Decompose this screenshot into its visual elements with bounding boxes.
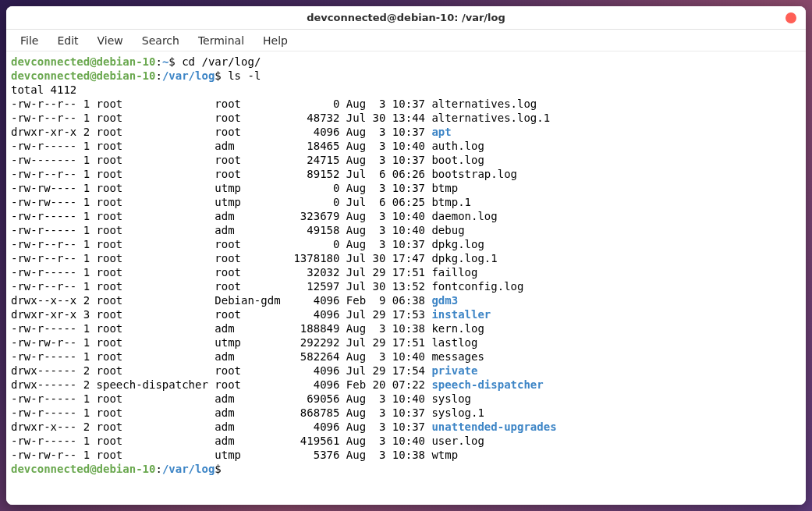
prompt-user: devconnected@debian-10 (11, 463, 155, 475)
directory-name: apt (431, 126, 451, 138)
directory-name: gdm3 (431, 294, 458, 307)
menu-search[interactable]: Search (134, 33, 187, 48)
prompt-path: /var/log (162, 463, 215, 475)
ls-row: -rw-r--r-- 1 root root 89152 Jul 6 06:26… (11, 167, 801, 181)
ls-row: drwx--x--x 2 root Debian-gdm 4096 Feb 9 … (11, 293, 801, 307)
menu-terminal[interactable]: Terminal (190, 33, 252, 48)
ls-row: -rw-r----- 1 root adm 323679 Aug 3 10:40… (11, 209, 801, 223)
ls-row: drwxr-xr-x 3 root root 4096 Jul 29 17:53… (11, 307, 801, 321)
ls-row: -rw-r----- 1 root root 32032 Jul 29 17:5… (11, 265, 801, 279)
file-name: daemon.log (431, 210, 497, 222)
prompt-sep: : (155, 69, 161, 82)
ls-row: -rw-rw---- 1 root utmp 0 Jul 6 06:25 btm… (11, 195, 801, 209)
file-name: boot.log (431, 154, 484, 166)
terminal-window: devconnected@debian-10: /var/log File Ed… (6, 6, 806, 505)
ls-row: -rw-r----- 1 root adm 18465 Aug 3 10:40 … (11, 139, 801, 153)
menu-edit[interactable]: Edit (49, 33, 86, 48)
prompt-path: /var/log (162, 69, 215, 82)
ls-row: -rw-r----- 1 root adm 868785 Aug 3 10:37… (11, 406, 801, 420)
file-name: syslog (431, 392, 471, 405)
menu-help[interactable]: Help (255, 33, 296, 48)
ls-row: -rw-r--r-- 1 root root 0 Aug 3 10:37 dpk… (11, 237, 801, 251)
file-name: faillog (431, 266, 477, 279)
file-name: lastlog (431, 336, 477, 349)
ls-row: -rw-rw-r-- 1 root utmp 292292 Jul 29 17:… (11, 335, 801, 350)
ls-row: drwxr-xr-x 2 root root 4096 Aug 3 10:37 … (11, 125, 801, 139)
ls-total: total 4112 (11, 83, 801, 97)
ls-row: -rw-r--r-- 1 root root 48732 Jul 30 13:4… (11, 111, 801, 125)
file-name: debug (431, 224, 464, 236)
prompt-symbol: $ (168, 55, 182, 68)
menu-file[interactable]: File (12, 33, 46, 48)
file-name: alternatives.log (431, 98, 537, 110)
prompt-line: devconnected@debian-10:~$ cd /var/log/ (11, 55, 801, 69)
file-name: dpkg.log (431, 238, 484, 250)
titlebar: devconnected@debian-10: /var/log (6, 6, 806, 30)
file-name: kern.log (431, 322, 484, 335)
directory-name: private (431, 364, 477, 377)
file-name: btmp.1 (431, 196, 471, 208)
file-name: user.log (431, 435, 484, 447)
ls-row: -rw-rw-r-- 1 root utmp 5376 Aug 3 10:38 … (11, 448, 801, 462)
command-text: cd /var/log/ (182, 55, 261, 68)
ls-row: -rw-r----- 1 root adm 69056 Aug 3 10:40 … (11, 392, 801, 406)
prompt-sep: : (155, 55, 161, 68)
ls-row: -rw-r----- 1 root adm 419561 Aug 3 10:40… (11, 434, 801, 448)
prompt-sep: : (155, 463, 161, 475)
ls-row: -rw-rw---- 1 root utmp 0 Aug 3 10:37 btm… (11, 181, 801, 195)
file-name: btmp (431, 182, 458, 194)
ls-row: -rw-r----- 1 root adm 49158 Aug 3 10:40 … (11, 223, 801, 237)
ls-row: -rw-r----- 1 root adm 188849 Aug 3 10:38… (11, 321, 801, 335)
window-title: devconnected@debian-10: /var/log (307, 12, 505, 23)
ls-row: drwx------ 2 root root 4096 Jul 29 17:54… (11, 364, 801, 378)
file-name: dpkg.log.1 (431, 252, 497, 264)
directory-name: speech-dispatcher (431, 378, 543, 391)
ls-row: -rw-r--r-- 1 root root 12597 Jul 30 13:5… (11, 279, 801, 293)
file-name: bootstrap.log (431, 168, 517, 180)
close-button[interactable] (785, 12, 796, 23)
file-name: syslog.1 (431, 406, 484, 419)
file-name: wtmp (431, 449, 458, 461)
ls-row: -rw------- 1 root root 24715 Aug 3 10:37… (11, 153, 801, 167)
prompt-user: devconnected@debian-10 (11, 69, 155, 82)
ls-row: -rw-r--r-- 1 root root 1378180 Jul 30 17… (11, 251, 801, 265)
file-name: auth.log (431, 140, 484, 152)
prompt-symbol: $ (215, 463, 228, 475)
prompt-user: devconnected@debian-10 (11, 55, 155, 68)
menu-view[interactable]: View (90, 33, 131, 48)
directory-name: unattended-upgrades (431, 421, 556, 433)
ls-row: -rw-r--r-- 1 root root 0 Aug 3 10:37 alt… (11, 97, 801, 111)
ls-row: drwxr-x--- 2 root adm 4096 Aug 3 10:37 u… (11, 420, 801, 434)
prompt-line: devconnected@debian-10:/var/log$ (11, 462, 801, 476)
file-name: messages (431, 350, 484, 363)
ls-row: -rw-r----- 1 root adm 582264 Aug 3 10:40… (11, 350, 801, 364)
prompt-symbol: $ (215, 69, 228, 82)
directory-name: installer (431, 308, 491, 321)
command-text: ls -l (228, 69, 261, 82)
file-name: fontconfig.log (431, 280, 523, 293)
terminal-output[interactable]: devconnected@debian-10:~$ cd /var/log/de… (6, 51, 806, 505)
prompt-line: devconnected@debian-10:/var/log$ ls -l (11, 69, 801, 83)
ls-row: drwx------ 2 speech-dispatcher root 4096… (11, 378, 801, 392)
menubar: File Edit View Search Terminal Help (6, 30, 806, 51)
file-name: alternatives.log.1 (431, 112, 550, 124)
